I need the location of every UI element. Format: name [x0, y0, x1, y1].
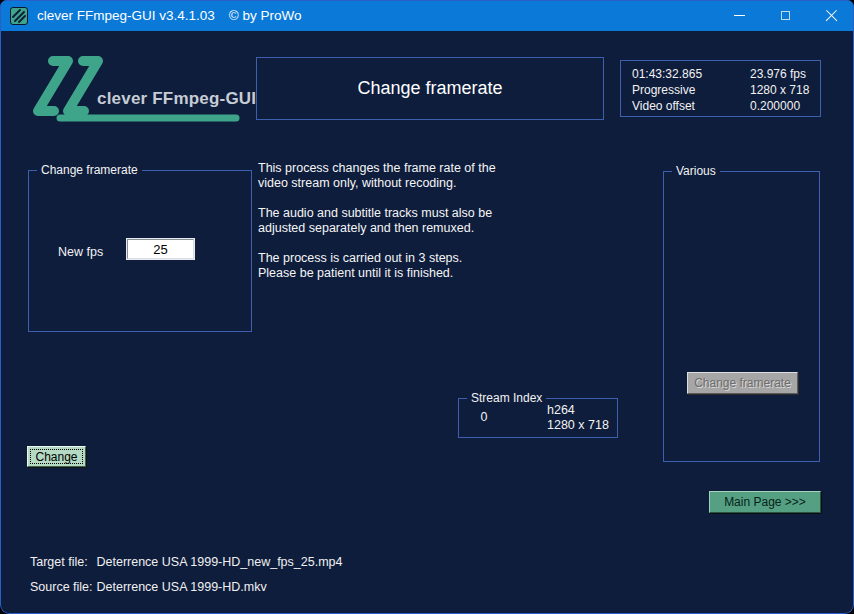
target-file-label: Target file:	[30, 555, 93, 569]
video-info-box: 01:43:32.865 23.976 fps Progressive 1280…	[620, 60, 821, 117]
video-offset-value: 0.200000	[750, 98, 800, 114]
various-group: Various Change framerate	[663, 171, 820, 462]
video-scan-type: Progressive	[632, 82, 750, 98]
titlebar: clever FFmpeg-GUI v3.4.1.03 © by ProWo	[0, 0, 854, 31]
maximize-button[interactable]	[762, 0, 808, 31]
process-description: This process changes the frame rate of t…	[258, 161, 548, 281]
stream-resolution: 1280 x 718	[547, 418, 609, 433]
change-framerate-button-disabled[interactable]: Change framerate	[687, 372, 798, 394]
stream-codec: h264	[547, 403, 609, 418]
maximize-icon	[781, 11, 790, 20]
video-info-row: 01:43:32.865 23.976 fps	[632, 66, 820, 82]
video-resolution: 1280 x 718	[750, 82, 809, 98]
new-fps-input[interactable]	[127, 239, 194, 259]
change-framerate-group-legend: Change framerate	[37, 163, 142, 177]
video-info-row: Video offset 0.200000	[632, 98, 820, 114]
various-group-legend: Various	[672, 164, 720, 178]
close-button[interactable]	[808, 0, 854, 31]
page-header-box: Change framerate	[256, 57, 604, 120]
window-title: clever FFmpeg-GUI v3.4.1.03	[37, 8, 215, 23]
stream-index-group: Stream Index 0 h264 1280 x 718	[458, 398, 618, 438]
video-fps: 23.976 fps	[750, 66, 806, 82]
page-title: Change framerate	[357, 78, 502, 99]
stream-index-group-legend: Stream Index	[467, 391, 546, 405]
source-file-label: Source file:	[30, 580, 93, 594]
source-file-row: Source file: Deterrence USA 1999-HD.mkv	[30, 580, 267, 594]
video-info-row: Progressive 1280 x 718	[632, 82, 820, 98]
change-framerate-group: Change framerate New fps	[28, 170, 252, 332]
video-offset-label: Video offset	[632, 98, 750, 114]
stream-index-value: 0	[471, 410, 497, 424]
window-title-copyright: © by ProWo	[229, 8, 302, 23]
stream-details: h264 1280 x 718	[547, 403, 609, 433]
source-file-value: Deterrence USA 1999-HD.mkv	[96, 580, 266, 594]
change-button-label: Change	[35, 450, 77, 464]
new-fps-label: New fps	[58, 245, 103, 259]
app-icon[interactable]	[10, 7, 28, 25]
change-button[interactable]: Change	[27, 446, 86, 467]
target-file-row: Target file: Deterrence USA 1999-HD_new_…	[30, 555, 342, 569]
close-icon	[825, 9, 838, 22]
video-duration: 01:43:32.865	[632, 66, 750, 82]
app-logo-text: clever FFmpeg-GUI	[97, 89, 256, 109]
minimize-button[interactable]	[716, 0, 762, 31]
app-window: clever FFmpeg-GUI v3.4.1.03 © by ProWo c…	[0, 0, 854, 614]
minimize-icon	[734, 15, 745, 16]
main-page-button[interactable]: Main Page >>>	[709, 491, 821, 513]
target-file-value: Deterrence USA 1999-HD_new_fps_25.mp4	[96, 555, 342, 569]
window-controls	[716, 0, 854, 31]
